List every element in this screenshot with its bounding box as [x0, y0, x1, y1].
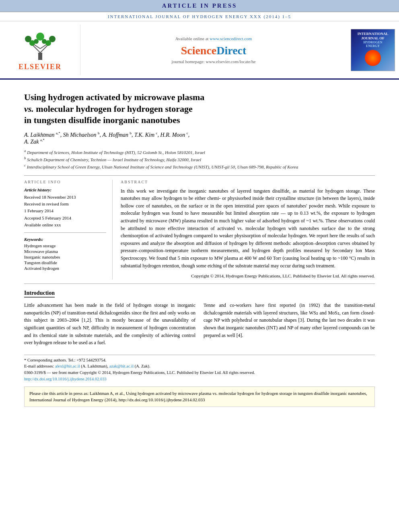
- history-revised-label: Received in revised form: [24, 201, 106, 207]
- article-info-abstract: ARTICLE INFO Article history: Received 1…: [24, 180, 375, 280]
- introduction-section: Introduction Little advancement has been…: [24, 290, 375, 347]
- abstract-col: ABSTRACT In this work we investigate the…: [121, 180, 375, 280]
- keyword-4: Tungsten disulfide: [24, 260, 106, 265]
- citation-text: Please cite this article in press as: La…: [29, 391, 367, 403]
- cover-subtitle-text: HYDROGENENERGY: [363, 41, 382, 48]
- aip-banner-text: ARTICLE IN PRESS: [162, 2, 237, 9]
- svg-point-11: [42, 39, 47, 44]
- intro-col-right: Tenne and co-workers have first reported…: [204, 302, 375, 347]
- history-online: Available online xxx: [24, 222, 106, 228]
- history-received: Received 18 November 2013: [24, 194, 106, 200]
- keyword-1: Hydrogen storage: [24, 243, 106, 248]
- cover-circle-decoration: [365, 50, 381, 66]
- main-content: Using hydrogen activated by microwave pl…: [0, 80, 399, 413]
- journal-line-text: INTERNATIONAL JOURNAL OF HYDROGEN ENERGY…: [108, 14, 291, 19]
- intro-text-right: Tenne and co-workers have first reported…: [204, 302, 375, 338]
- article-info-col: ARTICLE INFO Article history: Received 1…: [24, 180, 113, 280]
- history-accepted: Accepted 5 February 2014: [24, 215, 106, 221]
- history-label: Article history:: [24, 187, 106, 192]
- affil-a: Department of Sciences, Holon Institute …: [27, 150, 205, 155]
- svg-point-10: [34, 39, 39, 44]
- introduction-heading: Introduction: [24, 290, 55, 298]
- corresponding-author: * Corresponding authors. Tel.: +972 5442…: [24, 357, 375, 364]
- doi-line: http://dx.doi.org/10.1016/j.ijhydene.201…: [24, 376, 375, 382]
- introduction-columns: Little advancement has been made in the …: [24, 302, 375, 347]
- sciencedirect-url[interactable]: www.sciencedirect.com: [210, 36, 252, 41]
- divider-2: [24, 283, 375, 284]
- email-line: E-mail addresses: alexl@hit.ac.il (A. La…: [24, 363, 375, 370]
- article-info-heading: ARTICLE INFO: [24, 180, 106, 184]
- cover-title-text: InternationalJournal of: [358, 32, 388, 41]
- elsevier-wordmark: ELSEVIER: [19, 63, 62, 71]
- elsevier-tree-icon: [20, 29, 60, 61]
- keyword-5: Activated hydrogen: [24, 266, 106, 271]
- elsevier-logo: ELSEVIER: [0, 25, 80, 75]
- issn-line: 0360-3199/$ — see front matter Copyright…: [24, 370, 375, 376]
- journal-homepage: journal homepage: www.elsevier.com/locat…: [172, 59, 256, 64]
- article-title: Using hydrogen activated by microwave pl…: [24, 92, 375, 126]
- journal-cover: InternationalJournal of HYDROGENENERGY: [347, 25, 399, 75]
- doi-link[interactable]: http://dx.doi.org/10.1016/j.ijhydene.201…: [24, 377, 107, 381]
- intro-text-left: Little advancement has been made in the …: [24, 302, 195, 345]
- journal-line: INTERNATIONAL JOURNAL OF HYDROGEN ENERGY…: [0, 12, 399, 21]
- citation-box: Please cite this article in press as: La…: [24, 386, 375, 407]
- email-1[interactable]: alexl@hit.ac.il: [55, 364, 80, 368]
- keywords-label: Keywords:: [24, 237, 106, 242]
- footer-notes: * Corresponding authors. Tel.: +972 5442…: [24, 355, 375, 382]
- keyword-3: Inorganic nanotubes: [24, 255, 106, 259]
- available-online-text: Available online at www.sciencedirect.co…: [175, 36, 252, 41]
- affil-b: Schulich Department of Chemistry, Techni…: [27, 157, 201, 162]
- sciencedirect-logo: ScienceDirect: [181, 44, 247, 57]
- abstract-heading: ABSTRACT: [121, 180, 375, 184]
- authors: A. Laikhtman a,*, Sh Michaelson b, A. Ho…: [24, 131, 375, 145]
- affil-c: Interdisciplinary School of Green Energy…: [27, 164, 298, 169]
- top-header: ELSEVIER Available online at www.science…: [0, 21, 399, 80]
- intro-col-left: Little advancement has been made in the …: [24, 302, 195, 347]
- copyright-text: Copyright © 2014, Hydrogen Energy Public…: [121, 273, 375, 279]
- abstract-text: In this work we investigate the inorgani…: [121, 187, 375, 270]
- aip-banner: ARTICLE IN PRESS: [0, 0, 399, 12]
- divider-keywords: [24, 232, 106, 233]
- email-2[interactable]: azak@hit.ac.il: [109, 364, 134, 368]
- keyword-2: Microwave plasma: [24, 249, 106, 254]
- divider-1: [24, 175, 375, 176]
- cover-image: InternationalJournal of HYDROGENENERGY: [351, 29, 395, 71]
- center-header: Available online at www.sciencedirect.co…: [80, 25, 347, 75]
- history-revised-date: 1 February 2014: [24, 208, 106, 214]
- affiliations: a Department of Sciences, Holon Institut…: [24, 148, 375, 170]
- svg-rect-0: [38, 53, 42, 60]
